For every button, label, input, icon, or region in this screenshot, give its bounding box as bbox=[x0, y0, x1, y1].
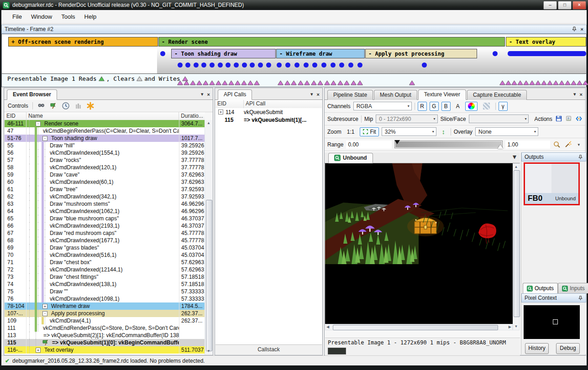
tab-pipeline-state[interactable]: Pipeline State bbox=[327, 90, 373, 100]
zoom-fit-button[interactable]: Fit bbox=[360, 127, 378, 136]
close-icon[interactable]: × bbox=[317, 92, 320, 97]
event-dot[interactable] bbox=[277, 63, 282, 68]
timeline-marker[interactable]: - Apply post processing bbox=[365, 49, 477, 58]
table-row[interactable]: 65Draw "blue mushroom caps"46.37037 bbox=[5, 215, 206, 222]
write-triangle[interactable] bbox=[331, 80, 336, 85]
event-dot[interactable] bbox=[234, 63, 239, 68]
event-dot[interactable] bbox=[493, 51, 498, 56]
write-triangle[interactable] bbox=[241, 80, 247, 85]
table-row[interactable]: 109vkCmdDraw(4,1)262.37... bbox=[5, 317, 206, 324]
tab-capture-executable[interactable]: Capture Executable bbox=[467, 90, 527, 100]
overlay-select[interactable]: None▾ bbox=[475, 127, 538, 136]
table-row[interactable]: 71Draw "chest box"57.62963 bbox=[5, 259, 206, 266]
jump-to-eid-icon[interactable] bbox=[49, 102, 58, 110]
write-triangle[interactable] bbox=[317, 80, 323, 85]
time-draws-icon[interactable] bbox=[62, 102, 70, 110]
table-row[interactable]: 61Draw "tree"37.92593 bbox=[5, 186, 206, 193]
menu-window[interactable]: Window bbox=[26, 11, 57, 22]
tab-texture-viewer[interactable]: Texture Viewer bbox=[418, 89, 466, 100]
zoom-1-1-button[interactable]: 1:1 bbox=[344, 127, 357, 136]
event-dot[interactable] bbox=[321, 63, 326, 68]
event-dot[interactable] bbox=[160, 51, 165, 56]
event-dot[interactable] bbox=[285, 63, 290, 68]
viewport-hscrollbar[interactable]: ◀ ▶ bbox=[325, 324, 513, 330]
scroll-right-icon[interactable]: ▶ bbox=[509, 325, 511, 329]
timeline-marker[interactable]: - Wireframe draw bbox=[276, 49, 365, 58]
table-row[interactable]: 113=> vkQueueSubmit(2)[1]: vkEndCommandB… bbox=[5, 332, 206, 339]
output-thumbnail-fb0[interactable]: FB0 Unbound bbox=[524, 162, 580, 205]
timeline-marker[interactable]: - Text overlay bbox=[506, 37, 586, 47]
event-dot[interactable] bbox=[304, 63, 309, 68]
table-row[interactable]: 116-...+Text overlay511.7037 bbox=[5, 346, 206, 354]
merged-event-dots[interactable] bbox=[508, 51, 586, 56]
write-triangle[interactable] bbox=[583, 80, 588, 85]
table-row[interactable]: 63Draw "mushroom stems"46.96296 bbox=[5, 200, 206, 208]
table-row[interactable]: 51-76-Toon shading draw1017.7... bbox=[5, 135, 206, 142]
viewport-vscrollbar[interactable]: ▲ ▼ bbox=[513, 163, 520, 330]
write-triangle[interactable] bbox=[203, 80, 209, 85]
scroll-down-icon[interactable]: ▼ bbox=[513, 323, 519, 330]
scrollbar-thumb[interactable] bbox=[333, 325, 498, 330]
chevron-down-icon[interactable]: ▾ bbox=[573, 91, 576, 97]
save-texture-icon[interactable] bbox=[555, 115, 562, 123]
write-triangle[interactable] bbox=[547, 80, 553, 85]
event-dot[interactable] bbox=[258, 63, 263, 68]
table-row[interactable]: 70vkCmdDrawIndexed(516,1)45.03704 bbox=[5, 251, 206, 259]
write-triangle[interactable] bbox=[222, 80, 228, 85]
timeline-marker[interactable]: - Toon shading draw bbox=[171, 49, 276, 58]
write-triangle[interactable] bbox=[517, 80, 523, 85]
write-triangle[interactable] bbox=[505, 80, 511, 85]
table-row[interactable]: 75Draw ""57.33333 bbox=[5, 288, 206, 295]
debug-button[interactable]: Debug bbox=[556, 343, 580, 354]
blue-channel-button[interactable]: B bbox=[441, 102, 451, 111]
event-dot[interactable] bbox=[357, 63, 362, 68]
scroll-up-icon[interactable]: ▲ bbox=[513, 164, 519, 170]
write-triangle[interactable] bbox=[184, 80, 189, 85]
callstack-section[interactable]: Callstack bbox=[215, 344, 322, 354]
scroll-down-icon[interactable]: ▼ bbox=[205, 348, 212, 354]
table-row[interactable]: 66vkCmdDrawIndexed(2193,1)46.37037 bbox=[5, 222, 206, 229]
table-row[interactable]: 57Draw "rocks"37.77778 bbox=[5, 156, 206, 164]
write-triangle[interactable] bbox=[324, 80, 330, 85]
close-icon[interactable]: × bbox=[581, 26, 583, 32]
pixel-context-view[interactable] bbox=[524, 305, 580, 339]
event-dot[interactable] bbox=[348, 63, 353, 68]
close-icon[interactable]: × bbox=[580, 92, 583, 97]
write-triangle[interactable] bbox=[278, 80, 284, 85]
range-white-handle[interactable] bbox=[498, 145, 503, 149]
write-triangle[interactable] bbox=[235, 80, 241, 85]
tab-api-calls[interactable]: API Calls bbox=[218, 89, 252, 100]
api-call-row[interactable]: +114vkQueueSubmit bbox=[215, 108, 322, 116]
write-triangle[interactable] bbox=[541, 80, 547, 85]
event-dot[interactable] bbox=[331, 63, 336, 68]
flip-y-button[interactable]: ↕ bbox=[439, 127, 448, 136]
table-row[interactable]: 55Draw "hill"39.25926 bbox=[5, 142, 206, 149]
write-triangle[interactable] bbox=[499, 80, 505, 85]
menu-help[interactable]: Help bbox=[80, 11, 101, 22]
event-dot[interactable] bbox=[266, 63, 271, 68]
tab-mesh-output[interactable]: Mesh Output bbox=[374, 90, 417, 100]
range-max-value[interactable]: 1.00 bbox=[505, 141, 550, 149]
table-row[interactable]: 47vkCmdBeginRenderPass(C=Clear, D=Clear,… bbox=[5, 127, 206, 135]
pin-icon[interactable] bbox=[572, 26, 577, 32]
write-triangle[interactable] bbox=[535, 80, 541, 85]
table-row[interactable]: 76vkCmdDrawIndexed(1098,1)57.33333 bbox=[5, 295, 206, 302]
close-button[interactable]: × bbox=[572, 1, 586, 10]
channels-select[interactable]: RGBA▾ bbox=[353, 102, 412, 110]
range-slider[interactable] bbox=[394, 141, 503, 148]
event-dot[interactable] bbox=[210, 63, 215, 68]
api-call-row[interactable]: 115=> vkQueueSubmit(1)[... bbox=[215, 116, 322, 124]
write-triangle[interactable] bbox=[209, 80, 215, 85]
table-row[interactable]: 111vkCmdEndRenderPass(C=Store, D=Store, … bbox=[5, 324, 206, 332]
range-min-value[interactable]: 0.00 bbox=[346, 141, 392, 149]
write-triangle[interactable] bbox=[529, 80, 535, 85]
event-dot[interactable] bbox=[339, 63, 344, 68]
tab-event-browser[interactable]: Event Browser bbox=[7, 89, 57, 100]
write-triangle[interactable] bbox=[304, 80, 310, 85]
write-triangle[interactable] bbox=[311, 80, 317, 85]
zoom-range-icon[interactable] bbox=[553, 141, 561, 149]
table-row[interactable]: 74vkCmdDrawIndexed(138,1)57.18518 bbox=[5, 281, 206, 288]
table-row[interactable]: 64vkCmdDrawIndexed(1062,1)46.96296 bbox=[5, 208, 206, 215]
alpha-channel-button[interactable]: A bbox=[453, 102, 462, 111]
find-icon[interactable] bbox=[37, 102, 45, 110]
